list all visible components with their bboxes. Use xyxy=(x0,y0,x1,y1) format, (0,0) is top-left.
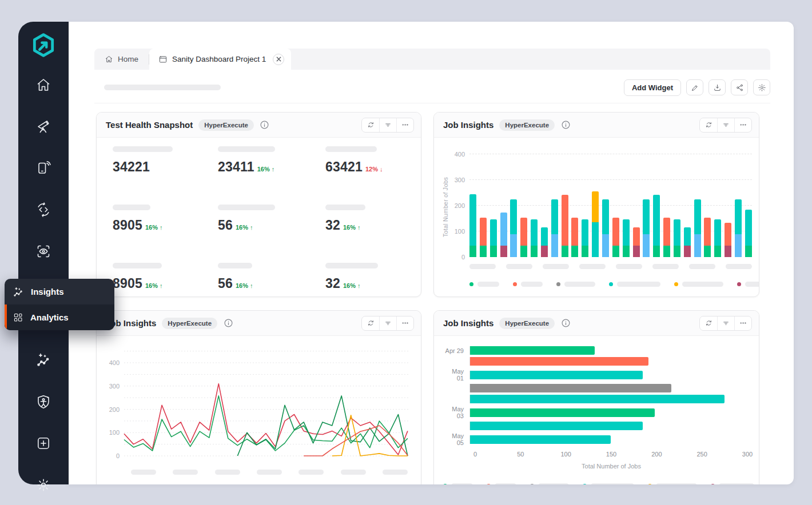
widget-test-health-snapshot: Test Health Snapshot HyperExecute 342212… xyxy=(96,112,421,297)
dashboard-window-icon xyxy=(158,55,168,64)
more-button[interactable] xyxy=(396,118,413,132)
stacked-bar xyxy=(571,218,578,257)
nav-real-device[interactable] xyxy=(34,159,53,177)
metric-value: 56 xyxy=(218,218,233,233)
refresh-button[interactable] xyxy=(700,316,717,330)
hbar-track xyxy=(469,346,747,355)
filter-button[interactable] xyxy=(379,118,396,132)
stacked-bar xyxy=(612,218,619,257)
legend-label-placeholder xyxy=(477,282,499,287)
legend-item xyxy=(648,483,697,484)
insights-flyout-menu: Insights Analytics xyxy=(5,279,114,330)
share-button[interactable] xyxy=(731,79,748,95)
metric-value: 8905 xyxy=(113,218,142,233)
refresh-button[interactable] xyxy=(700,118,717,132)
menu-item-insights[interactable]: Insights xyxy=(5,279,114,304)
refresh-button[interactable] xyxy=(362,118,379,132)
axis-label-placeholder xyxy=(652,264,679,269)
settings-button[interactable] xyxy=(753,79,770,95)
widget-header: Test Health Snapshot HyperExecute xyxy=(97,113,421,138)
stacked-bar xyxy=(531,219,538,257)
menu-item-analytics[interactable]: Analytics xyxy=(5,304,114,330)
x-axis-label: Total Number of Jobs xyxy=(475,463,747,470)
settings-gear-icon xyxy=(35,477,51,493)
legend-dot xyxy=(674,282,678,286)
nav-home[interactable] xyxy=(34,75,53,94)
more-button[interactable] xyxy=(396,316,413,330)
stacked-bar xyxy=(735,199,742,257)
hbar-track xyxy=(469,435,747,444)
legend-item xyxy=(583,483,634,484)
svg-text:0: 0 xyxy=(116,452,120,459)
stacked-bar xyxy=(582,219,588,257)
filter-button[interactable] xyxy=(717,316,734,330)
sparkle-chart-icon xyxy=(35,352,51,368)
skeleton-pill xyxy=(218,146,275,152)
download-button[interactable] xyxy=(708,79,726,95)
axis-label-placeholder xyxy=(469,264,496,269)
nav-accessibility[interactable] xyxy=(34,392,53,411)
filter-button[interactable] xyxy=(717,118,734,132)
legend-dot xyxy=(469,282,473,286)
widget-actions xyxy=(361,316,414,331)
hyperexecute-badge: HyperExecute xyxy=(198,119,254,131)
filter-button[interactable] xyxy=(379,316,396,330)
legend-item xyxy=(443,483,473,484)
legend-dot xyxy=(583,484,587,484)
nav-automation[interactable] xyxy=(34,201,53,219)
more-button[interactable] xyxy=(734,118,751,132)
dashboard-toolbar: Add Widget xyxy=(94,79,770,95)
skeleton-pill xyxy=(113,263,162,268)
info-icon[interactable] xyxy=(560,318,571,328)
tab-bar: Home Sanity Dashboard Project 1 xyxy=(94,49,770,70)
info-icon[interactable] xyxy=(223,318,233,328)
hbar-row-label: May 05 xyxy=(443,432,469,446)
hyperexecute-badge: HyperExecute xyxy=(499,119,555,131)
legend-label-placeholder xyxy=(745,282,759,287)
widget-job-insights-line: Job Insights HyperExecute 0100200300400 xyxy=(96,310,421,484)
x-tick: 150 xyxy=(606,451,616,458)
metrics-grid: 342212341116% ↑6342112% ↓890516% ↑5616% … xyxy=(97,138,421,297)
skeleton-pill xyxy=(113,146,173,152)
stacked-bar xyxy=(510,199,517,257)
nav-add-new[interactable] xyxy=(34,434,53,452)
nav-explore[interactable] xyxy=(34,117,53,135)
edit-button[interactable] xyxy=(686,79,703,95)
more-button[interactable] xyxy=(734,316,751,330)
stacked-bar-chart: Total Number of Jobs 0100200300400 xyxy=(434,138,759,297)
title-skeleton-pill xyxy=(104,85,221,90)
axis-label-placeholder xyxy=(173,470,198,475)
axis-label-placeholder xyxy=(616,264,642,269)
legend-item xyxy=(487,483,516,484)
nav-settings[interactable] xyxy=(34,476,53,494)
metric-delta: 16% ↑ xyxy=(343,224,361,231)
axis-label-placeholder xyxy=(689,264,715,269)
nav-insights[interactable] xyxy=(34,351,53,369)
legend-dot xyxy=(556,282,560,286)
tab-project[interactable]: Sanity Dashboard Project 1 xyxy=(149,49,291,70)
info-icon[interactable] xyxy=(260,120,270,130)
metric-value: 32 xyxy=(325,218,340,233)
add-widget-button[interactable]: Add Widget xyxy=(624,79,681,96)
metric-cell: 3216% ↑ xyxy=(325,205,421,263)
lambdatest-logo[interactable] xyxy=(30,32,57,58)
tab-close-icon[interactable] xyxy=(273,54,284,65)
x-tick: 250 xyxy=(696,451,707,458)
nav-visual-testing[interactable] xyxy=(34,242,53,260)
axis-label-placeholder xyxy=(341,470,366,475)
legend-item xyxy=(556,282,595,287)
hbar-row xyxy=(443,422,747,430)
y-tick: 100 xyxy=(455,228,465,235)
legend-item xyxy=(609,282,660,287)
metric-delta: 16% ↑ xyxy=(236,282,253,289)
info-icon[interactable] xyxy=(560,120,571,130)
widget-title: Test Health Snapshot xyxy=(106,120,193,130)
legend-label-placeholder xyxy=(617,282,660,287)
y-tick: 300 xyxy=(455,177,465,183)
stacked-bar xyxy=(643,199,650,257)
refresh-button[interactable] xyxy=(362,316,379,330)
stacked-bar xyxy=(674,219,680,257)
home-icon xyxy=(35,77,51,93)
axis-label-placeholder xyxy=(543,264,569,269)
tab-home[interactable]: Home xyxy=(94,49,149,70)
